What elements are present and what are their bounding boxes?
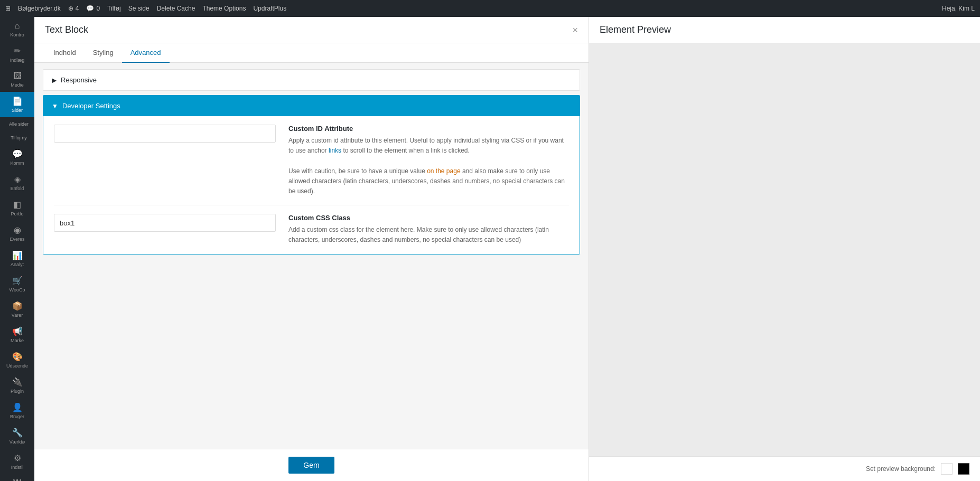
- main-wrapper: Text Block × Indhold Styling Advanced ▶ …: [34, 17, 980, 481]
- sidebar-label: Indlæg: [10, 58, 25, 63]
- sidebar-item-everest[interactable]: ◉ Everes: [0, 221, 34, 246]
- custom-css-input[interactable]: [54, 214, 276, 232]
- settings-icon: ⚙: [14, 453, 21, 463]
- sidebar-item-analytics[interactable]: 📊 Analyt: [0, 246, 34, 271]
- enfold-icon: ◈: [14, 174, 21, 184]
- dialog-footer: Gem: [34, 449, 589, 481]
- custom-css-input-col: [54, 214, 276, 232]
- dialog-panel: Text Block × Indhold Styling Advanced ▶ …: [34, 17, 589, 481]
- preview-title: Element Preview: [600, 24, 969, 35]
- posts-icon: ✏: [14, 46, 21, 56]
- appearance-icon: 🎨: [12, 352, 23, 362]
- plugins-icon: 🔌: [12, 377, 23, 387]
- sidebar-item-woocommerce[interactable]: 🛒 WooCo: [0, 271, 34, 297]
- sidebar-label: WooCo: [10, 287, 25, 293]
- sidebar-item-posts[interactable]: ✏ Indlæg: [0, 42, 34, 67]
- sidebar-item-appearance[interactable]: 🎨 Udseende: [0, 347, 34, 373]
- responsive-label: Responsive: [61, 76, 97, 84]
- add-new-label: Tilfoj ny: [11, 135, 27, 140]
- tab-styling[interactable]: Styling: [85, 43, 122, 63]
- sidebar-label: Plugin: [11, 389, 24, 394]
- chevron-down-icon: ▼: [52, 102, 58, 110]
- sidebar-label: Portfo: [11, 211, 23, 216]
- sidebar-item-marketing[interactable]: 📢 Marke: [0, 322, 34, 347]
- developer-settings-header[interactable]: ▼ Developer Settings: [43, 96, 580, 116]
- sidebar-item-media[interactable]: 🖼 Medie: [0, 67, 34, 92]
- dialog-header: Text Block ×: [34, 17, 589, 43]
- admin-bar: ⊞ Bølgebryder.dk ⊕ 4 💬 0 Tilføj Se side …: [0, 0, 980, 17]
- sidebar-subitem-add-new[interactable]: Tilfoj ny: [0, 131, 34, 145]
- custom-css-field-row: Custom CSS Class Add a custom css class …: [54, 205, 569, 253]
- comments-count[interactable]: 💬 0: [86, 5, 100, 12]
- preview-bg-white-button[interactable]: [941, 463, 953, 475]
- warning-text: on the page: [427, 167, 460, 175]
- sidebar-item-enfold[interactable]: ◈ Enfold: [0, 170, 34, 195]
- sidebar-label: Kontro: [10, 32, 24, 37]
- woo-icon: 🛒: [12, 276, 23, 286]
- sidebar-item-settings[interactable]: ⚙ Indstil: [0, 449, 34, 474]
- everest-icon: ◉: [14, 225, 21, 235]
- sidebar-item-users[interactable]: 👤 Bruger: [0, 398, 34, 423]
- theme-options[interactable]: Theme Options: [202, 5, 246, 12]
- analytics-icon: 📊: [12, 250, 23, 260]
- custom-css-label: Custom CSS Class: [288, 214, 569, 222]
- tab-advanced[interactable]: Advanced: [122, 43, 170, 63]
- sidebar: ⌂ Kontro ✏ Indlæg 🖼 Medie 📄 Sider Alle s…: [0, 17, 34, 481]
- portfolio-icon: ◧: [13, 200, 21, 210]
- sidebar-item-dashboard[interactable]: ⌂ Kontro: [0, 17, 34, 42]
- comments-icon: 💬: [12, 149, 23, 159]
- updates-count[interactable]: ⊕ 4: [68, 5, 79, 12]
- sidebar-label: Værktø: [10, 439, 25, 445]
- dialog-title: Text Block: [45, 24, 88, 35]
- view-site[interactable]: Se side: [128, 5, 150, 12]
- products-icon: 📦: [12, 301, 23, 311]
- sidebar-subitem-all-pages[interactable]: Alle sider: [0, 117, 34, 131]
- developer-settings-content: Custom ID Attribute Apply a custom id at…: [43, 116, 580, 254]
- sidebar-label: Varer: [12, 313, 23, 318]
- custom-id-input[interactable]: [54, 125, 276, 143]
- anchor-link[interactable]: links: [329, 147, 341, 154]
- sidebar-item-tools[interactable]: 🔧 Værktø: [0, 423, 34, 449]
- wp-logo[interactable]: ⊞: [5, 5, 11, 12]
- sidebar-label: Marke: [11, 338, 24, 343]
- preview-content: [589, 43, 980, 456]
- sidebar-item-wordpress[interactable]: W WordP: [0, 474, 34, 481]
- sidebar-item-comments[interactable]: 💬 Komm: [0, 145, 34, 170]
- custom-id-input-col: [54, 125, 276, 143]
- media-icon: 🖼: [13, 71, 22, 81]
- sidebar-item-portfolio[interactable]: ◧ Portfo: [0, 195, 34, 221]
- sidebar-label: Sider: [12, 108, 23, 113]
- delete-cache[interactable]: Delete Cache: [157, 5, 195, 12]
- sidebar-label: Enfold: [11, 186, 24, 191]
- site-name[interactable]: Bølgebryder.dk: [18, 5, 61, 12]
- dashboard-icon: ⌂: [15, 21, 20, 31]
- close-button[interactable]: ×: [572, 25, 578, 35]
- add-new[interactable]: Tilføj: [107, 5, 121, 12]
- sidebar-item-products[interactable]: 📦 Varer: [0, 297, 34, 322]
- sidebar-label: Analyt: [11, 262, 24, 267]
- sidebar-label: Komm: [10, 161, 24, 166]
- marketing-icon: 📢: [12, 326, 23, 336]
- sidebar-label: Everes: [10, 237, 24, 242]
- save-button[interactable]: Gem: [288, 457, 334, 474]
- tabs-bar: Indhold Styling Advanced: [34, 43, 589, 63]
- preview-panel: Element Preview Set preview background:: [589, 17, 980, 481]
- sidebar-label: Indstil: [11, 465, 24, 470]
- preview-bg-black-button[interactable]: [958, 463, 969, 475]
- tab-indhold[interactable]: Indhold: [45, 43, 85, 63]
- responsive-section-header[interactable]: ▶ Responsive: [43, 70, 580, 90]
- preview-header: Element Preview: [589, 17, 980, 43]
- tab-content: ▶ Responsive ▼ Developer Settings: [34, 63, 589, 449]
- tools-icon: 🔧: [12, 428, 23, 438]
- custom-id-description: Apply a custom id attribute to this elem…: [288, 136, 569, 196]
- developer-settings-label: Developer Settings: [62, 102, 120, 110]
- sidebar-item-plugins[interactable]: 🔌 Plugin: [0, 373, 34, 398]
- sidebar-item-pages[interactable]: 📄 Sider: [0, 92, 34, 117]
- custom-css-description: Add a custom css class for the element h…: [288, 225, 569, 245]
- updraft-plus[interactable]: UpdraftPlus: [253, 5, 286, 12]
- responsive-section: ▶ Responsive: [43, 69, 580, 91]
- pages-icon: 📄: [12, 96, 23, 106]
- custom-css-desc-col: Custom CSS Class Add a custom css class …: [288, 214, 569, 245]
- preview-footer: Set preview background:: [589, 456, 980, 481]
- all-pages-label: Alle sider: [9, 121, 29, 127]
